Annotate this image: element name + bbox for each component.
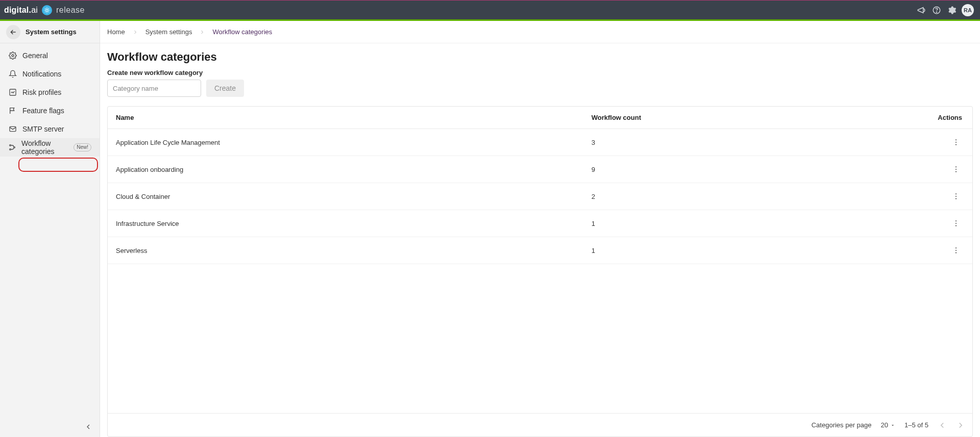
- svg-point-23: [955, 252, 957, 253]
- svg-point-7: [10, 149, 11, 150]
- cell-name: Application onboarding: [108, 156, 583, 183]
- svg-point-11: [955, 144, 957, 145]
- svg-point-2: [936, 12, 937, 12]
- page-range: 1–5 of 5: [904, 421, 928, 429]
- svg-point-10: [955, 142, 957, 143]
- sidebar-item-notifications[interactable]: Notifications: [0, 65, 100, 83]
- collapse-sidebar-button[interactable]: [82, 421, 94, 433]
- svg-point-21: [955, 247, 957, 248]
- sidebar-item-label: SMTP server: [22, 125, 64, 133]
- cell-count: 1: [583, 237, 886, 264]
- sidebar-title: System settings: [26, 28, 77, 36]
- mail-icon: [8, 125, 17, 133]
- sidebar-item-general[interactable]: General: [0, 46, 100, 65]
- sidebar-item-label: Feature flags: [22, 107, 64, 115]
- cell-name: Application Life Cycle Management: [108, 129, 583, 156]
- svg-point-15: [955, 193, 957, 194]
- avatar[interactable]: RA: [962, 4, 974, 16]
- sidebar-item-risk-profiles[interactable]: Risk profiles: [0, 83, 100, 101]
- row-actions-button[interactable]: [950, 190, 962, 202]
- brand-product: release: [56, 6, 85, 15]
- table-row: Application Life Cycle Management3: [108, 129, 972, 156]
- cell-count: 2: [583, 183, 886, 210]
- gear-icon[interactable]: [944, 3, 960, 18]
- cell-count: 3: [583, 129, 886, 156]
- row-actions-button[interactable]: [950, 217, 962, 229]
- sidebar-item-label: Risk profiles: [22, 88, 61, 96]
- table-pager: Categories per page 20 1–5 of 5: [108, 413, 972, 436]
- prev-page-button[interactable]: [938, 421, 947, 430]
- table-row: Cloud & Container2: [108, 183, 972, 210]
- sidebar-item-feature-flags[interactable]: Feature flags: [0, 101, 100, 120]
- cell-count: 1: [583, 210, 886, 237]
- chevron-right-icon: [132, 29, 138, 35]
- next-page-button[interactable]: [956, 421, 965, 430]
- sidebar-item-label: Notifications: [22, 70, 61, 78]
- gear-icon: [8, 52, 17, 60]
- cell-name: Cloud & Container: [108, 183, 583, 210]
- brand: digital.ai release: [4, 5, 85, 15]
- brand-primary: digital.ai: [4, 6, 38, 15]
- create-category-label: Create new workflow category: [107, 69, 973, 76]
- back-button[interactable]: [6, 25, 20, 39]
- sidebar: System settings General Notifications Ri…: [0, 21, 100, 437]
- svg-point-12: [955, 166, 957, 167]
- page-size-value: 20: [881, 421, 888, 429]
- flag-icon: [8, 107, 17, 115]
- branches-icon: [8, 143, 16, 151]
- breadcrumb: Home System settings Workflow categories: [100, 21, 980, 43]
- row-actions-button[interactable]: [950, 163, 962, 175]
- bell-icon: [8, 70, 17, 78]
- sidebar-item-workflow-categories[interactable]: Workflow categories New!: [0, 138, 100, 157]
- svg-point-14: [955, 171, 957, 172]
- chevron-right-icon: [199, 29, 205, 35]
- sidebar-item-label: Workflow categories: [21, 139, 66, 156]
- breadcrumb-current: Workflow categories: [212, 28, 272, 36]
- svg-point-8: [14, 147, 15, 148]
- table-row: Application onboarding9: [108, 156, 972, 183]
- sidebar-item-label: General: [22, 52, 48, 60]
- caret-down-icon: [890, 423, 895, 428]
- highlight-ring: [18, 158, 98, 172]
- page-size-select[interactable]: 20: [881, 421, 895, 429]
- svg-point-19: [955, 223, 957, 224]
- announce-icon[interactable]: [914, 3, 929, 18]
- col-header-actions: Actions: [886, 107, 972, 129]
- breadcrumb-link[interactable]: Home: [107, 28, 125, 36]
- svg-point-20: [955, 225, 957, 226]
- cell-name: Serverless: [108, 237, 583, 264]
- page-title: Workflow categories: [107, 50, 973, 64]
- sidebar-item-smtp-server[interactable]: SMTP server: [0, 120, 100, 138]
- row-actions-button[interactable]: [950, 244, 962, 256]
- risk-icon: [8, 88, 17, 96]
- svg-point-16: [955, 196, 957, 197]
- svg-point-6: [10, 145, 11, 146]
- svg-point-18: [955, 220, 957, 221]
- brand-logo-icon: [42, 5, 52, 15]
- category-name-input[interactable]: [107, 80, 201, 97]
- top-bar: digital.ai release RA: [0, 0, 980, 19]
- row-actions-button[interactable]: [950, 136, 962, 148]
- categories-table: Name Workflow count Actions Application …: [107, 106, 973, 437]
- cell-name: Infrastructure Service: [108, 210, 583, 237]
- svg-point-9: [955, 139, 957, 140]
- create-button[interactable]: Create: [206, 80, 244, 97]
- svg-point-22: [955, 250, 957, 251]
- svg-point-0: [46, 9, 48, 11]
- breadcrumb-link[interactable]: System settings: [145, 28, 192, 36]
- main-content: Home System settings Workflow categories…: [100, 21, 980, 437]
- help-icon[interactable]: [929, 3, 944, 18]
- new-badge: New!: [74, 143, 91, 151]
- sidebar-header: System settings: [0, 21, 100, 43]
- svg-point-17: [955, 198, 957, 199]
- col-header-name: Name: [108, 107, 583, 129]
- table-row: Serverless1: [108, 237, 972, 264]
- svg-point-13: [955, 169, 957, 170]
- cell-count: 9: [583, 156, 886, 183]
- svg-point-3: [12, 55, 14, 57]
- per-page-label: Categories per page: [812, 421, 872, 429]
- col-header-count: Workflow count: [583, 107, 886, 129]
- table-row: Infrastructure Service1: [108, 210, 972, 237]
